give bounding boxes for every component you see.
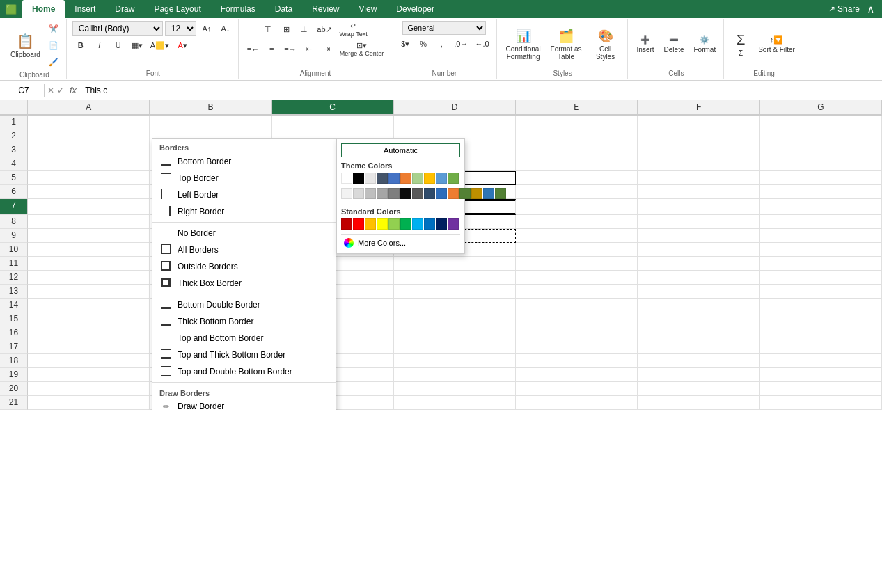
tab-developer[interactable]: Developer — [386, 0, 444, 18]
bold-button[interactable]: B — [72, 38, 89, 53]
cell-e9[interactable] — [516, 229, 638, 243]
cell-a19[interactable] — [28, 368, 150, 382]
align-top-button[interactable]: ⊤ — [260, 21, 276, 38]
theme-shade-swatch[interactable] — [341, 188, 352, 199]
cell-f11[interactable] — [638, 257, 759, 271]
cell-d16[interactable] — [394, 326, 516, 340]
cell-g20[interactable] — [760, 382, 882, 396]
number-format-select[interactable]: General — [402, 21, 486, 35]
cell-f1[interactable] — [638, 116, 759, 129]
cell-a10[interactable] — [28, 243, 150, 257]
insert-cells-button[interactable]: ➕ Insert — [633, 27, 658, 62]
cell-g8[interactable] — [760, 215, 882, 229]
cell-f21[interactable] — [638, 396, 759, 410]
cell-a16[interactable] — [28, 326, 150, 340]
theme-color-swatch[interactable] — [400, 173, 411, 184]
cell-f13[interactable] — [638, 285, 759, 299]
cell-e4[interactable] — [516, 157, 638, 171]
align-bottom-button[interactable]: ⊥ — [296, 21, 313, 38]
theme-shade-swatch[interactable] — [436, 188, 447, 199]
cell-e12[interactable] — [516, 271, 638, 285]
cell-d17[interactable] — [394, 340, 516, 354]
cell-d18[interactable] — [394, 354, 516, 368]
cell-e10[interactable] — [516, 243, 638, 257]
cell-f6[interactable] — [638, 185, 759, 199]
font-color-button[interactable]: A▾ — [174, 38, 191, 53]
cell-a7[interactable] — [28, 199, 150, 215]
cell-f8[interactable] — [638, 215, 759, 229]
cell-a21[interactable] — [28, 396, 150, 410]
cell-reference-box[interactable] — [3, 84, 45, 97]
cell-f17[interactable] — [638, 340, 759, 354]
col-header-d[interactable]: D — [394, 100, 516, 116]
tab-insert[interactable]: Insert — [65, 0, 105, 18]
confirm-formula-icon[interactable]: ✓ — [57, 86, 64, 95]
menu-item-right-border[interactable]: Right Border — [152, 203, 336, 220]
cell-g15[interactable] — [760, 312, 882, 326]
row-header-8[interactable]: 8 — [0, 215, 28, 229]
row-header-20[interactable]: 20 — [0, 382, 28, 396]
wrap-text-button[interactable]: ↵ Wrap Text — [336, 21, 371, 38]
tab-review[interactable]: Review — [302, 0, 349, 18]
insert-function-icon[interactable]: fx — [67, 85, 79, 95]
row-header-14[interactable]: 14 — [0, 299, 28, 312]
cell-d20[interactable] — [394, 382, 516, 396]
underline-button[interactable]: U — [110, 38, 127, 53]
theme-shade-swatch[interactable] — [388, 188, 400, 199]
tab-home[interactable]: Home — [22, 0, 65, 18]
theme-shade-swatch[interactable] — [353, 188, 364, 199]
cell-d15[interactable] — [394, 312, 516, 326]
cell-a20[interactable] — [28, 382, 150, 396]
theme-shade-swatch[interactable] — [424, 188, 435, 199]
row-header-21[interactable]: 21 — [0, 396, 28, 410]
menu-item-thick-bottom-border[interactable]: Thick Bottom Border — [152, 313, 336, 330]
decrease-font-button[interactable]: A↓ — [217, 21, 234, 36]
theme-color-swatch[interactable] — [377, 173, 388, 184]
cell-e20[interactable] — [516, 382, 638, 396]
menu-item-thick-box-border[interactable]: Thick Box Border — [152, 275, 336, 292]
row-header-10[interactable]: 10 — [0, 243, 28, 257]
theme-color-swatch[interactable] — [424, 173, 435, 184]
row-header-19[interactable]: 19 — [0, 368, 28, 382]
cell-f15[interactable] — [638, 312, 759, 326]
cell-g14[interactable] — [760, 299, 882, 312]
cell-e15[interactable] — [516, 312, 638, 326]
font-family-select[interactable]: Calibri (Body) — [72, 21, 163, 36]
row-header-7[interactable]: 7 — [0, 199, 28, 215]
share-button[interactable]: ↗ Share — [828, 4, 860, 14]
row-header-15[interactable]: 15 — [0, 312, 28, 326]
font-size-select[interactable]: 12 — [165, 21, 196, 36]
cell-e8[interactable] — [516, 215, 638, 229]
cell-e21[interactable] — [516, 396, 638, 410]
cell-g11[interactable] — [760, 257, 882, 271]
cell-a6[interactable] — [28, 185, 150, 199]
col-header-g[interactable]: G — [760, 100, 882, 116]
align-right-button[interactable]: ≡→ — [281, 40, 299, 58]
cell-a18[interactable] — [28, 354, 150, 368]
paste-button[interactable]: 📋 Clipboard — [7, 28, 44, 63]
cell-g4[interactable] — [760, 157, 882, 171]
cell-g13[interactable] — [760, 285, 882, 299]
more-colors-button[interactable]: More Colors... — [341, 237, 460, 249]
menu-item-top-double-bottom-border[interactable]: Top and Double Bottom Border — [152, 363, 336, 380]
cell-c1[interactable] — [272, 116, 394, 129]
menu-item-no-border[interactable]: No Border — [152, 225, 336, 241]
italic-button[interactable]: I — [91, 38, 108, 53]
row-header-9[interactable]: 9 — [0, 229, 28, 243]
cell-f3[interactable] — [638, 143, 759, 157]
col-header-b[interactable]: B — [150, 100, 271, 116]
row-header-12[interactable]: 12 — [0, 271, 28, 285]
copy-button[interactable]: 📄 — [45, 38, 62, 53]
cell-a14[interactable] — [28, 299, 150, 312]
theme-shade-swatch[interactable] — [471, 188, 482, 199]
autosum-button[interactable]: Σ Σ — [730, 27, 752, 62]
delete-cells-button[interactable]: ➖ Delete — [661, 27, 688, 62]
menu-item-outside-borders[interactable]: Outside Borders — [152, 258, 336, 275]
increase-decimal-button[interactable]: .0→ — [451, 36, 471, 51]
cell-g1[interactable] — [760, 116, 882, 129]
theme-color-swatch[interactable] — [388, 173, 400, 184]
cell-e6[interactable] — [516, 185, 638, 199]
cell-g21[interactable] — [760, 396, 882, 410]
align-center-button[interactable]: ≡ — [263, 40, 280, 58]
standard-color-swatch[interactable] — [365, 218, 376, 230]
